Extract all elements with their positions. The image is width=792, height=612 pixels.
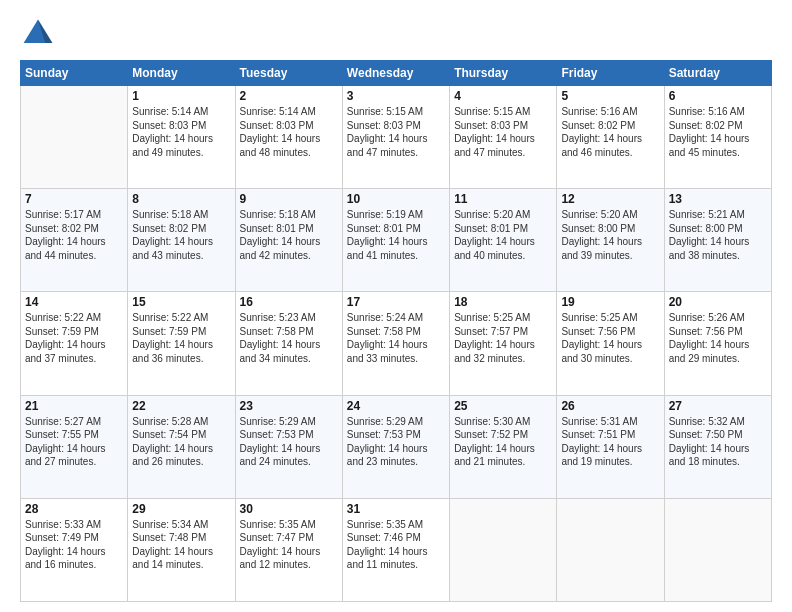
day-info: Sunrise: 5:31 AM Sunset: 7:51 PM Dayligh… bbox=[561, 415, 659, 469]
day-number: 12 bbox=[561, 192, 659, 206]
calendar-cell: 27Sunrise: 5:32 AM Sunset: 7:50 PM Dayli… bbox=[664, 395, 771, 498]
day-number: 1 bbox=[132, 89, 230, 103]
calendar-cell: 31Sunrise: 5:35 AM Sunset: 7:46 PM Dayli… bbox=[342, 498, 449, 601]
day-info: Sunrise: 5:22 AM Sunset: 7:59 PM Dayligh… bbox=[25, 311, 123, 365]
col-header-thursday: Thursday bbox=[450, 61, 557, 86]
header bbox=[20, 16, 772, 52]
calendar-cell: 29Sunrise: 5:34 AM Sunset: 7:48 PM Dayli… bbox=[128, 498, 235, 601]
day-info: Sunrise: 5:18 AM Sunset: 8:02 PM Dayligh… bbox=[132, 208, 230, 262]
day-info: Sunrise: 5:14 AM Sunset: 8:03 PM Dayligh… bbox=[240, 105, 338, 159]
day-info: Sunrise: 5:25 AM Sunset: 7:56 PM Dayligh… bbox=[561, 311, 659, 365]
calendar-cell: 26Sunrise: 5:31 AM Sunset: 7:51 PM Dayli… bbox=[557, 395, 664, 498]
day-number: 25 bbox=[454, 399, 552, 413]
day-info: Sunrise: 5:14 AM Sunset: 8:03 PM Dayligh… bbox=[132, 105, 230, 159]
day-number: 9 bbox=[240, 192, 338, 206]
calendar-cell: 15Sunrise: 5:22 AM Sunset: 7:59 PM Dayli… bbox=[128, 292, 235, 395]
col-header-friday: Friday bbox=[557, 61, 664, 86]
calendar: SundayMondayTuesdayWednesdayThursdayFrid… bbox=[20, 60, 772, 602]
day-info: Sunrise: 5:21 AM Sunset: 8:00 PM Dayligh… bbox=[669, 208, 767, 262]
day-number: 27 bbox=[669, 399, 767, 413]
page: SundayMondayTuesdayWednesdayThursdayFrid… bbox=[0, 0, 792, 612]
calendar-cell bbox=[664, 498, 771, 601]
day-info: Sunrise: 5:22 AM Sunset: 7:59 PM Dayligh… bbox=[132, 311, 230, 365]
day-number: 4 bbox=[454, 89, 552, 103]
day-info: Sunrise: 5:20 AM Sunset: 8:01 PM Dayligh… bbox=[454, 208, 552, 262]
week-row-4: 28Sunrise: 5:33 AM Sunset: 7:49 PM Dayli… bbox=[21, 498, 772, 601]
week-row-0: 1Sunrise: 5:14 AM Sunset: 8:03 PM Daylig… bbox=[21, 86, 772, 189]
calendar-cell: 12Sunrise: 5:20 AM Sunset: 8:00 PM Dayli… bbox=[557, 189, 664, 292]
day-number: 26 bbox=[561, 399, 659, 413]
day-number: 19 bbox=[561, 295, 659, 309]
calendar-cell: 10Sunrise: 5:19 AM Sunset: 8:01 PM Dayli… bbox=[342, 189, 449, 292]
day-info: Sunrise: 5:15 AM Sunset: 8:03 PM Dayligh… bbox=[454, 105, 552, 159]
calendar-cell: 7Sunrise: 5:17 AM Sunset: 8:02 PM Daylig… bbox=[21, 189, 128, 292]
calendar-header-row: SundayMondayTuesdayWednesdayThursdayFrid… bbox=[21, 61, 772, 86]
day-info: Sunrise: 5:33 AM Sunset: 7:49 PM Dayligh… bbox=[25, 518, 123, 572]
day-number: 11 bbox=[454, 192, 552, 206]
day-number: 23 bbox=[240, 399, 338, 413]
day-number: 3 bbox=[347, 89, 445, 103]
day-number: 13 bbox=[669, 192, 767, 206]
day-info: Sunrise: 5:18 AM Sunset: 8:01 PM Dayligh… bbox=[240, 208, 338, 262]
calendar-cell: 17Sunrise: 5:24 AM Sunset: 7:58 PM Dayli… bbox=[342, 292, 449, 395]
day-info: Sunrise: 5:16 AM Sunset: 8:02 PM Dayligh… bbox=[561, 105, 659, 159]
day-info: Sunrise: 5:17 AM Sunset: 8:02 PM Dayligh… bbox=[25, 208, 123, 262]
day-number: 16 bbox=[240, 295, 338, 309]
day-number: 24 bbox=[347, 399, 445, 413]
calendar-cell: 8Sunrise: 5:18 AM Sunset: 8:02 PM Daylig… bbox=[128, 189, 235, 292]
calendar-cell: 14Sunrise: 5:22 AM Sunset: 7:59 PM Dayli… bbox=[21, 292, 128, 395]
calendar-cell: 4Sunrise: 5:15 AM Sunset: 8:03 PM Daylig… bbox=[450, 86, 557, 189]
calendar-cell: 30Sunrise: 5:35 AM Sunset: 7:47 PM Dayli… bbox=[235, 498, 342, 601]
day-info: Sunrise: 5:34 AM Sunset: 7:48 PM Dayligh… bbox=[132, 518, 230, 572]
calendar-cell bbox=[21, 86, 128, 189]
logo-icon bbox=[20, 16, 56, 52]
calendar-cell: 19Sunrise: 5:25 AM Sunset: 7:56 PM Dayli… bbox=[557, 292, 664, 395]
calendar-cell: 21Sunrise: 5:27 AM Sunset: 7:55 PM Dayli… bbox=[21, 395, 128, 498]
calendar-cell: 3Sunrise: 5:15 AM Sunset: 8:03 PM Daylig… bbox=[342, 86, 449, 189]
day-info: Sunrise: 5:16 AM Sunset: 8:02 PM Dayligh… bbox=[669, 105, 767, 159]
day-info: Sunrise: 5:19 AM Sunset: 8:01 PM Dayligh… bbox=[347, 208, 445, 262]
calendar-cell: 23Sunrise: 5:29 AM Sunset: 7:53 PM Dayli… bbox=[235, 395, 342, 498]
calendar-cell: 2Sunrise: 5:14 AM Sunset: 8:03 PM Daylig… bbox=[235, 86, 342, 189]
day-info: Sunrise: 5:15 AM Sunset: 8:03 PM Dayligh… bbox=[347, 105, 445, 159]
calendar-cell: 6Sunrise: 5:16 AM Sunset: 8:02 PM Daylig… bbox=[664, 86, 771, 189]
calendar-cell: 9Sunrise: 5:18 AM Sunset: 8:01 PM Daylig… bbox=[235, 189, 342, 292]
day-number: 17 bbox=[347, 295, 445, 309]
col-header-tuesday: Tuesday bbox=[235, 61, 342, 86]
calendar-cell: 5Sunrise: 5:16 AM Sunset: 8:02 PM Daylig… bbox=[557, 86, 664, 189]
day-info: Sunrise: 5:20 AM Sunset: 8:00 PM Dayligh… bbox=[561, 208, 659, 262]
day-number: 28 bbox=[25, 502, 123, 516]
week-row-2: 14Sunrise: 5:22 AM Sunset: 7:59 PM Dayli… bbox=[21, 292, 772, 395]
day-info: Sunrise: 5:25 AM Sunset: 7:57 PM Dayligh… bbox=[454, 311, 552, 365]
day-info: Sunrise: 5:30 AM Sunset: 7:52 PM Dayligh… bbox=[454, 415, 552, 469]
day-number: 2 bbox=[240, 89, 338, 103]
calendar-cell: 13Sunrise: 5:21 AM Sunset: 8:00 PM Dayli… bbox=[664, 189, 771, 292]
day-number: 10 bbox=[347, 192, 445, 206]
day-info: Sunrise: 5:23 AM Sunset: 7:58 PM Dayligh… bbox=[240, 311, 338, 365]
col-header-monday: Monday bbox=[128, 61, 235, 86]
day-info: Sunrise: 5:35 AM Sunset: 7:47 PM Dayligh… bbox=[240, 518, 338, 572]
day-number: 7 bbox=[25, 192, 123, 206]
day-info: Sunrise: 5:35 AM Sunset: 7:46 PM Dayligh… bbox=[347, 518, 445, 572]
day-number: 15 bbox=[132, 295, 230, 309]
day-info: Sunrise: 5:27 AM Sunset: 7:55 PM Dayligh… bbox=[25, 415, 123, 469]
day-info: Sunrise: 5:29 AM Sunset: 7:53 PM Dayligh… bbox=[240, 415, 338, 469]
day-number: 31 bbox=[347, 502, 445, 516]
calendar-cell: 22Sunrise: 5:28 AM Sunset: 7:54 PM Dayli… bbox=[128, 395, 235, 498]
col-header-wednesday: Wednesday bbox=[342, 61, 449, 86]
week-row-3: 21Sunrise: 5:27 AM Sunset: 7:55 PM Dayli… bbox=[21, 395, 772, 498]
calendar-cell: 25Sunrise: 5:30 AM Sunset: 7:52 PM Dayli… bbox=[450, 395, 557, 498]
day-number: 20 bbox=[669, 295, 767, 309]
col-header-saturday: Saturday bbox=[664, 61, 771, 86]
day-number: 8 bbox=[132, 192, 230, 206]
calendar-cell bbox=[557, 498, 664, 601]
calendar-cell: 18Sunrise: 5:25 AM Sunset: 7:57 PM Dayli… bbox=[450, 292, 557, 395]
day-info: Sunrise: 5:32 AM Sunset: 7:50 PM Dayligh… bbox=[669, 415, 767, 469]
week-row-1: 7Sunrise: 5:17 AM Sunset: 8:02 PM Daylig… bbox=[21, 189, 772, 292]
calendar-cell: 28Sunrise: 5:33 AM Sunset: 7:49 PM Dayli… bbox=[21, 498, 128, 601]
day-number: 22 bbox=[132, 399, 230, 413]
calendar-cell: 16Sunrise: 5:23 AM Sunset: 7:58 PM Dayli… bbox=[235, 292, 342, 395]
col-header-sunday: Sunday bbox=[21, 61, 128, 86]
calendar-cell: 20Sunrise: 5:26 AM Sunset: 7:56 PM Dayli… bbox=[664, 292, 771, 395]
day-number: 21 bbox=[25, 399, 123, 413]
